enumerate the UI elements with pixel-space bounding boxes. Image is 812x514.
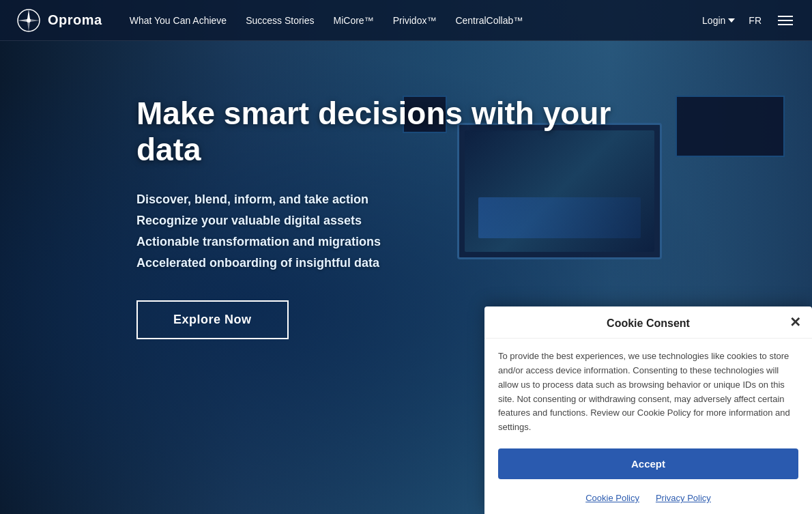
cookie-title: Cookie Consent — [607, 317, 690, 330]
cookie-header: Cookie Consent ✕ — [484, 306, 812, 339]
cookie-close-button[interactable]: ✕ — [789, 315, 801, 329]
hero-bullet-3: Actionable transformation and migrations — [136, 235, 812, 249]
nav-centralcollab[interactable]: CentralCollab™ — [455, 15, 523, 26]
cookie-links: Cookie Policy Privacy Policy — [484, 487, 812, 514]
hero-title: Make smart decisions with your data — [136, 96, 614, 168]
hamburger-line-3 — [778, 24, 793, 25]
privacy-policy-link[interactable]: Privacy Policy — [656, 493, 711, 503]
logo-icon — [16, 8, 41, 33]
hero-bullets: Discover, blend, inform, and take action… — [136, 192, 812, 270]
cookie-text: To provide the best experiences, we use … — [498, 349, 798, 435]
nav-what-you-can-achieve[interactable]: What You Can Achieve — [130, 15, 227, 26]
cookie-accept-button[interactable]: Accept — [498, 448, 798, 479]
chevron-down-icon — [728, 18, 735, 23]
cookie-body: To provide the best experiences, we use … — [484, 339, 812, 443]
cookie-modal: Cookie Consent ✕ To provide the best exp… — [484, 306, 812, 514]
cookie-policy-link[interactable]: Cookie Policy — [585, 493, 639, 503]
hero-bullet-1: Discover, blend, inform, and take action — [136, 192, 812, 207]
login-label: Login — [702, 15, 725, 26]
hero-bullet-4: Accelerated onboarding of insightful dat… — [136, 256, 812, 270]
logo-link[interactable]: Oproma — [16, 8, 102, 33]
navbar: Oproma What You Can Achieve Success Stor… — [0, 0, 812, 41]
nav-links: What You Can Achieve Success Stories MiC… — [130, 15, 702, 26]
hamburger-menu[interactable] — [775, 13, 796, 28]
login-button[interactable]: Login — [702, 15, 735, 26]
nav-right: Login FR — [702, 13, 796, 28]
hero-bullet-2: Recognize your valuable digital assets — [136, 214, 812, 228]
explore-now-button[interactable]: Explore Now — [136, 300, 289, 339]
svg-point-5 — [27, 18, 31, 23]
language-button[interactable]: FR — [749, 15, 762, 26]
brand-name: Oproma — [48, 12, 102, 28]
hamburger-line-1 — [778, 16, 793, 17]
nav-prividox[interactable]: Prividox™ — [393, 15, 437, 26]
nav-success-stories[interactable]: Success Stories — [246, 15, 314, 26]
hamburger-line-2 — [778, 20, 793, 21]
hero-section: Make smart decisions with your data Disc… — [0, 41, 812, 339]
nav-micore[interactable]: MiCore™ — [334, 15, 374, 26]
